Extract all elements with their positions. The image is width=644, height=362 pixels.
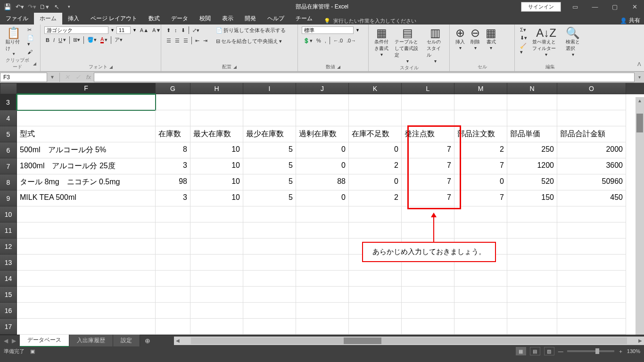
- format-painter-icon[interactable]: 🖌: [26, 49, 36, 55]
- tab-page-layout[interactable]: ページ レイアウト: [85, 13, 143, 25]
- cell-O17[interactable]: [557, 319, 626, 335]
- row-header-6[interactable]: 6: [0, 142, 17, 158]
- row-header-17[interactable]: 17: [0, 319, 17, 335]
- currency-icon[interactable]: 💲▾: [302, 37, 314, 44]
- cell-L11[interactable]: [402, 222, 454, 239]
- cell-I16[interactable]: [243, 303, 296, 319]
- cell-N5[interactable]: 部品単価: [507, 126, 557, 142]
- cell-M5[interactable]: 部品注文数: [454, 126, 507, 142]
- cell-I9[interactable]: 5: [243, 190, 296, 206]
- phonetic-icon[interactable]: ア▾: [113, 36, 124, 44]
- cell-K15[interactable]: [349, 287, 402, 303]
- cell-H5[interactable]: 最大在庫数: [190, 126, 243, 142]
- cell-L4[interactable]: [402, 110, 454, 126]
- clear-icon[interactable]: 🧹▾: [519, 42, 528, 56]
- tab-help[interactable]: ヘルプ: [262, 13, 290, 25]
- cell-K10[interactable]: [349, 206, 402, 222]
- cell-O16[interactable]: [557, 303, 626, 319]
- cell-G11[interactable]: [156, 222, 190, 239]
- cell-G10[interactable]: [156, 206, 190, 222]
- cell-N13[interactable]: [507, 255, 557, 271]
- cell-F4[interactable]: [17, 110, 156, 126]
- cell-K4[interactable]: [349, 110, 402, 126]
- cell-J7[interactable]: 0: [296, 158, 349, 174]
- cell-M11[interactable]: [454, 222, 507, 239]
- cell-K5[interactable]: 在庫不足数: [349, 126, 402, 142]
- align-center-icon[interactable]: ☰: [173, 37, 181, 44]
- cell-I7[interactable]: 5: [243, 158, 296, 174]
- cell-K11[interactable]: [349, 222, 402, 239]
- row-header-16[interactable]: 16: [0, 303, 17, 319]
- cell-O5[interactable]: 部品合計金額: [557, 126, 626, 142]
- fill-color-icon[interactable]: 🪣▾: [86, 36, 98, 43]
- format-as-table-button[interactable]: ▤テーブルとして書式設定▾: [393, 26, 423, 65]
- cell-N17[interactable]: [507, 319, 557, 335]
- row-header-8[interactable]: 8: [0, 174, 17, 190]
- cell-N3[interactable]: [507, 94, 557, 110]
- cell-M15[interactable]: [454, 287, 507, 303]
- save-icon[interactable]: 💾: [2, 1, 13, 12]
- wrap-text-button[interactable]: 📄 折り返して全体を表示する: [215, 26, 287, 34]
- cell-M8[interactable]: 0: [454, 174, 507, 190]
- tab-home[interactable]: ホーム: [34, 13, 62, 25]
- cell-H12[interactable]: [190, 239, 243, 255]
- row-header-15[interactable]: 15: [0, 287, 17, 303]
- row-header-12[interactable]: 12: [0, 239, 17, 255]
- cell-O8[interactable]: 50960: [557, 174, 626, 190]
- cell-I13[interactable]: [243, 255, 296, 271]
- fill-icon[interactable]: ⬇▾: [519, 34, 528, 41]
- cell-I8[interactable]: 5: [243, 174, 296, 190]
- cell-H3[interactable]: [190, 94, 243, 110]
- increase-decimal-icon[interactable]: ←.0: [332, 37, 344, 44]
- find-select-button[interactable]: 🔍検索と選択▾: [564, 26, 582, 58]
- paste-button[interactable]: 📋 貼り付け ▼: [4, 26, 24, 57]
- cell-J17[interactable]: [296, 319, 349, 335]
- cell-G4[interactable]: [156, 110, 190, 126]
- tab-team[interactable]: チーム: [290, 13, 318, 25]
- cell-F11[interactable]: [17, 222, 156, 239]
- share-button[interactable]: 👤 共有: [620, 16, 640, 25]
- sheet-tab-settings[interactable]: 設定: [113, 335, 140, 346]
- cell-J13[interactable]: [296, 255, 349, 271]
- vertical-scroll-thumb[interactable]: [636, 114, 643, 132]
- expand-formula-bar-icon[interactable]: ▾: [635, 74, 644, 80]
- cell-N12[interactable]: [507, 239, 557, 255]
- cell-G14[interactable]: [156, 271, 190, 287]
- border-icon[interactable]: ⊞▾: [72, 36, 82, 43]
- view-page-break-icon[interactable]: ▧: [544, 347, 554, 355]
- tab-developer[interactable]: 開発: [239, 13, 262, 25]
- cell-M9[interactable]: 7: [454, 190, 507, 206]
- cell-J16[interactable]: [296, 303, 349, 319]
- cell-K3[interactable]: [349, 94, 402, 110]
- cell-L9[interactable]: 7: [402, 190, 454, 206]
- cell-M4[interactable]: [454, 110, 507, 126]
- cell-G7[interactable]: 3: [156, 158, 190, 174]
- cell-J9[interactable]: 0: [296, 190, 349, 206]
- horizontal-scroll-thumb[interactable]: [344, 337, 381, 344]
- tab-view[interactable]: 表示: [216, 13, 239, 25]
- cell-G3[interactable]: [156, 94, 190, 110]
- sheet-nav-first-icon[interactable]: ◀: [4, 337, 8, 344]
- font-name-input[interactable]: [44, 26, 108, 34]
- cell-L15[interactable]: [402, 287, 454, 303]
- name-box-dropdown-icon[interactable]: ▼: [47, 74, 58, 80]
- tab-file[interactable]: ファイル: [0, 13, 34, 25]
- cell-N7[interactable]: 1200: [507, 158, 557, 174]
- number-launcher-icon[interactable]: ◢: [337, 65, 340, 69]
- row-header-3[interactable]: 3: [0, 94, 17, 110]
- column-header-M[interactable]: M: [454, 83, 507, 94]
- cell-I11[interactable]: [243, 222, 296, 239]
- cell-O14[interactable]: [557, 271, 626, 287]
- tab-data[interactable]: データ: [165, 13, 194, 25]
- percent-icon[interactable]: %: [315, 37, 322, 44]
- cell-H17[interactable]: [190, 319, 243, 335]
- cell-J12[interactable]: [296, 239, 349, 255]
- cell-K9[interactable]: 2: [349, 190, 402, 206]
- cell-M6[interactable]: 2: [454, 142, 507, 158]
- conditional-format-button[interactable]: ▦条件付き書式▾: [372, 26, 391, 58]
- enter-formula-icon[interactable]: ✓: [73, 74, 83, 81]
- italic-button[interactable]: I: [52, 37, 56, 43]
- cell-G6[interactable]: 8: [156, 142, 190, 158]
- clipboard-launcher-icon[interactable]: ◢: [33, 61, 36, 66]
- cell-F3[interactable]: [17, 94, 156, 110]
